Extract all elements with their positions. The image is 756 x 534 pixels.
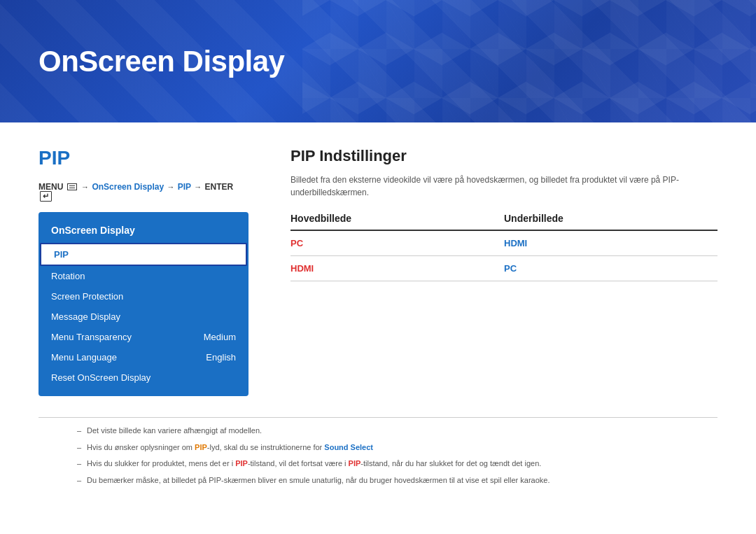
right-panel: PIP Indstillinger Billedet fra den ekste…: [290, 147, 718, 396]
menu-icon: [67, 183, 77, 190]
menu-item-reset-osd[interactable]: Reset OnScreen Display: [38, 367, 248, 388]
table-header-hovedbillede: Hovedbillede: [290, 213, 504, 224]
menu-item-rotation-label: Rotation: [51, 271, 85, 281]
menu-item-rotation[interactable]: Rotation: [38, 266, 248, 286]
osd-menu-title: OnScreen Display: [38, 222, 248, 243]
pip-settings-heading: PIP Indstillinger: [290, 147, 718, 165]
left-panel: PIP MENU → OnScreen Display → PIP → ENTE…: [38, 147, 248, 396]
menu-path: MENU → OnScreen Display → PIP → ENTER ↵: [38, 182, 248, 202]
footer-notes: Det viste billede kan variere afhængigt …: [38, 417, 718, 508]
menu-item-pip-label: PIP: [54, 249, 69, 260]
arrow-2: →: [167, 183, 174, 191]
pip-description: Billedet fra den eksterne videokilde vil…: [290, 174, 718, 199]
menu-item-menu-language-value: English: [206, 352, 236, 363]
footer-note-2-text: Hvis du ønsker oplysninger om PIP-lyd, s…: [87, 443, 373, 451]
footer-note-3: Hvis du slukker for produktet, mens det …: [77, 458, 679, 470]
menu-item-reset-osd-label: Reset OnScreen Display: [51, 372, 150, 383]
footer-note-1-text: Det viste billede kan variere afhængigt …: [87, 426, 262, 435]
menu-path-osd: OnScreen Display: [92, 182, 164, 192]
arrow-3: →: [194, 183, 202, 191]
table-row-1-col2: HDMI: [504, 238, 718, 248]
menu-item-pip[interactable]: PIP: [40, 243, 247, 266]
enter-icon: ↵: [40, 191, 52, 202]
footer-note-1: Det viste billede kan variere afhængigt …: [77, 425, 679, 437]
menu-item-menu-transparency[interactable]: Menu Transparency Medium: [38, 327, 248, 347]
arrow-1: →: [81, 183, 89, 191]
menu-item-screen-protection-label: Screen Protection: [51, 291, 123, 302]
table-header-underbillede: Underbillede: [504, 213, 718, 224]
pip-table: Hovedbillede Underbillede PC HDMI HDMI P…: [290, 213, 718, 281]
cube-pattern-decoration: [302, 0, 756, 122]
footer-note-4-text: Du bemærker måske, at billedet på PIP-sk…: [87, 476, 550, 484]
table-row-1-col1: PC: [290, 238, 504, 248]
menu-path-enter-label: ENTER: [205, 182, 234, 192]
menu-item-message-display[interactable]: Message Display: [38, 307, 248, 327]
menu-item-screen-protection[interactable]: Screen Protection: [38, 286, 248, 307]
table-row-2-col1: HDMI: [290, 263, 504, 274]
menu-item-menu-language-label: Menu Language: [51, 352, 117, 363]
table-row-2-col2: PC: [504, 263, 718, 274]
menu-item-menu-language[interactable]: Menu Language English: [38, 347, 248, 367]
footer-note-2: Hvis du ønsker oplysninger om PIP-lyd, s…: [77, 442, 679, 454]
table-row-1: PC HDMI: [290, 231, 718, 256]
menu-item-message-display-label: Message Display: [51, 311, 120, 322]
menu-item-menu-transparency-value: Medium: [204, 332, 236, 342]
table-header-row: Hovedbillede Underbillede: [290, 213, 718, 231]
footer-note-4: Du bemærker måske, at billedet på PIP-sk…: [77, 475, 679, 486]
menu-path-pip: PIP: [178, 182, 191, 192]
osd-menu-box: OnScreen Display PIP Rotation Screen Pro…: [38, 212, 248, 396]
footer-note-3-text: Hvis du slukker for produktet, mens det …: [87, 459, 541, 468]
menu-item-menu-transparency-label: Menu Transparency: [51, 332, 132, 342]
table-row-2: HDMI PC: [290, 256, 718, 281]
page-title: OnScreen Display: [38, 45, 284, 78]
main-content: PIP MENU → OnScreen Display → PIP → ENTE…: [0, 122, 756, 417]
pip-section-heading: PIP: [38, 147, 248, 169]
menu-path-menu-label: MENU: [38, 182, 63, 192]
header-banner: OnScreen Display: [0, 0, 756, 122]
